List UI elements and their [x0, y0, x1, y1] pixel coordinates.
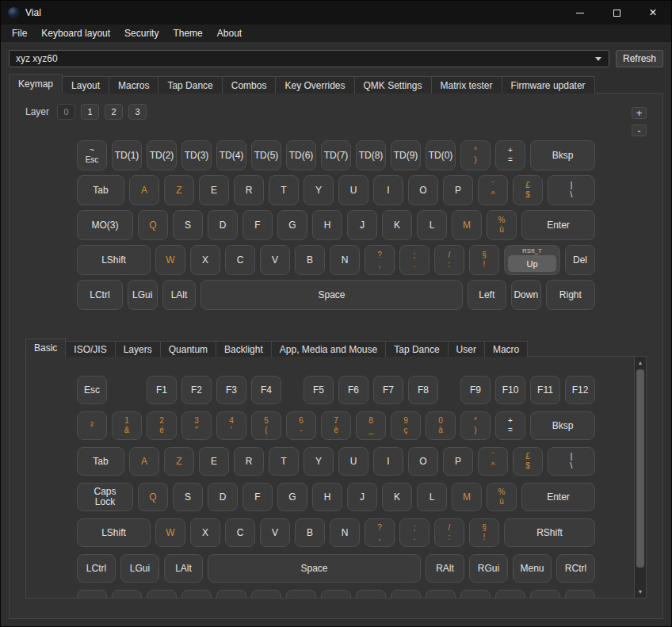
key-l[interactable]: L: [417, 210, 447, 240]
key-j[interactable]: J: [347, 210, 377, 240]
picker-tab-macro[interactable]: Macro: [484, 341, 528, 357]
key-symbol[interactable]: /:: [434, 518, 464, 547]
key-ralt[interactable]: RAlt: [426, 554, 464, 583]
key-td-7[interactable]: TD(7): [321, 140, 351, 170]
key-f12[interactable]: F12: [565, 376, 595, 404]
key-bksp[interactable]: Bksp: [530, 140, 595, 170]
key-z[interactable]: Z: [164, 175, 194, 205]
key-tab[interactable]: Tab: [77, 175, 124, 205]
key-blank[interactable]: [77, 590, 107, 598]
key-r[interactable]: R: [234, 175, 264, 205]
device-select[interactable]: xyz xyz60: [9, 50, 609, 67]
key-lctrl[interactable]: LCtrl: [77, 280, 123, 310]
key-lctrl[interactable]: LCtrl: [77, 554, 116, 583]
key-symbol[interactable]: §!: [469, 245, 499, 275]
picker-tab-backlight[interactable]: Backlight: [216, 341, 272, 357]
key-lalt[interactable]: LAlt: [162, 280, 196, 310]
layer-button-0[interactable]: 0: [57, 104, 75, 120]
key-symbol[interactable]: %ù: [487, 210, 517, 240]
menu-item-about[interactable]: About: [210, 25, 249, 42]
key-f10[interactable]: F10: [495, 376, 525, 404]
menu-item-file[interactable]: File: [5, 25, 34, 42]
key-blank[interactable]: [147, 590, 177, 598]
key-space[interactable]: Space: [208, 554, 421, 583]
maximize-button[interactable]: [598, 1, 635, 25]
scrollbar[interactable]: ▲ ▼: [634, 357, 646, 598]
key-rctrl[interactable]: RCtrl: [556, 554, 595, 583]
key-k[interactable]: K: [382, 210, 412, 240]
key-lalt[interactable]: LAlt: [164, 554, 203, 583]
key-x[interactable]: X: [190, 245, 220, 275]
key-symbol[interactable]: +=: [495, 140, 525, 170]
key-q[interactable]: Q: [138, 483, 168, 511]
key-f7[interactable]: F7: [373, 376, 403, 404]
tab-combos[interactable]: Combos: [222, 76, 277, 94]
key-n[interactable]: N: [330, 245, 360, 275]
key-symbol[interactable]: £$: [513, 447, 543, 476]
key-td-2[interactable]: TD(2): [147, 140, 177, 170]
key-blank[interactable]: [356, 590, 386, 598]
key-blank[interactable]: [460, 590, 491, 598]
key-symbol[interactable]: |\: [548, 175, 595, 205]
key-f8[interactable]: F8: [408, 376, 438, 404]
key-lgui[interactable]: LGui: [120, 554, 159, 583]
key-caps-lock[interactable]: Caps Lock: [77, 483, 133, 511]
picker-tab-basic[interactable]: Basic: [25, 338, 66, 357]
tab-keymap[interactable]: Keymap: [9, 74, 63, 94]
key-y[interactable]: Y: [304, 447, 334, 476]
key-symbol[interactable]: ?,: [365, 518, 395, 547]
key-i[interactable]: I: [373, 175, 403, 205]
picker-tab-tap-dance[interactable]: Tap Dance: [385, 341, 448, 357]
key-8[interactable]: 8_: [356, 411, 386, 440]
key-f1[interactable]: F1: [147, 376, 177, 404]
key-blank[interactable]: [495, 590, 525, 598]
zoom-out-button[interactable]: -: [632, 124, 647, 136]
key-2[interactable]: 2é: [147, 411, 177, 440]
tab-key-overrides[interactable]: Key Overrides: [275, 76, 354, 94]
layer-button-3[interactable]: 3: [128, 104, 147, 120]
key-left[interactable]: Left: [468, 280, 506, 310]
key-symbol[interactable]: °): [460, 140, 491, 170]
key-enter[interactable]: Enter: [521, 210, 595, 240]
key-td-0[interactable]: TD(0): [426, 140, 456, 170]
key-w[interactable]: W: [155, 518, 185, 547]
key-blank[interactable]: [112, 590, 142, 598]
key-d[interactable]: D: [208, 483, 238, 511]
scrollbar-thumb[interactable]: [636, 369, 644, 568]
key-c[interactable]: C: [225, 245, 255, 275]
key-blank[interactable]: [216, 590, 246, 598]
key-symbol[interactable]: /:: [434, 245, 464, 275]
key-blank[interactable]: [181, 590, 212, 598]
key-td-6[interactable]: TD(6): [286, 140, 316, 170]
picker-tab-app-media-and-mouse[interactable]: App, Media and Mouse: [271, 341, 386, 357]
key-k[interactable]: K: [382, 483, 412, 511]
key-b[interactable]: B: [295, 518, 325, 547]
tab-firmware-updater[interactable]: Firmware updater: [502, 76, 595, 94]
key-blank[interactable]: [391, 590, 421, 598]
key-q[interactable]: Q: [138, 210, 168, 240]
key-blank[interactable]: [251, 590, 281, 598]
key-td-1[interactable]: TD(1): [112, 140, 142, 170]
key-5[interactable]: 5(: [251, 411, 281, 440]
key-f6[interactable]: F6: [338, 376, 368, 404]
menu-item-keyboard-layout[interactable]: Keyboard layout: [34, 25, 117, 42]
key-e[interactable]: E: [199, 175, 229, 205]
minimize-button[interactable]: [562, 1, 598, 25]
refresh-button[interactable]: Refresh: [616, 50, 663, 67]
picker-tab-quantum[interactable]: Quantum: [160, 341, 216, 357]
key-symbol[interactable]: ;.: [399, 245, 430, 275]
key-m[interactable]: M: [452, 483, 482, 511]
key-h[interactable]: H: [312, 483, 342, 511]
key-rshift[interactable]: RShift: [504, 518, 595, 547]
key-enter[interactable]: Enter: [521, 483, 595, 511]
key-symbol[interactable]: %ù: [487, 483, 517, 511]
key-i[interactable]: I: [373, 447, 403, 476]
key-blank[interactable]: [426, 590, 456, 598]
key-rsft-t-up[interactable]: RSft_TUp: [504, 245, 560, 275]
key-e[interactable]: E: [199, 447, 229, 476]
key-4[interactable]: 4': [216, 411, 246, 440]
key-y[interactable]: Y: [304, 175, 334, 205]
key-space[interactable]: Space: [200, 280, 463, 310]
zoom-in-button[interactable]: +: [632, 107, 647, 119]
key-symbol[interactable]: °): [460, 411, 491, 440]
